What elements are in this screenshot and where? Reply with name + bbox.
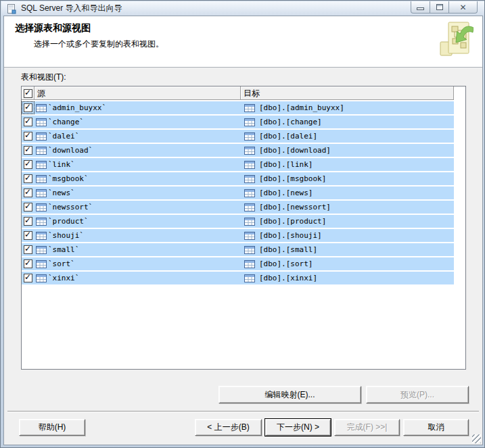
page-subtitle: 选择一个或多个要复制的表和视图。 [34,39,164,50]
table-row[interactable]: `msgbook` [dbo].[msgbook] [22,171,465,185]
titlebar[interactable]: SQL Server 导入和导出向导 ✕ [1,1,484,16]
select-all-checkbox[interactable] [24,89,32,98]
table-icon [244,104,255,112]
maximize-button[interactable] [430,1,449,14]
table-icon [36,218,47,226]
column-header-target[interactable]: 目标 [241,86,454,100]
wizard-header: 选择源表和源视图 选择一个或多个要复制的表和视图。 [4,16,482,68]
source-name: `admin_buyxx` [48,103,106,112]
row-checkbox[interactable] [24,132,32,141]
target-name: [dbo].[xinxi] [259,274,317,282]
target-name: [dbo].[link] [259,160,313,169]
page-title: 选择源表和源视图 [15,22,91,34]
source-name: `link` [48,160,75,169]
target-name: [dbo].[product] [259,217,326,226]
table-icon [36,274,47,282]
source-name: `change` [48,118,84,126]
table-icon [36,175,47,183]
table-icon [244,132,255,141]
table-icon [36,132,47,141]
table-icon [244,161,255,169]
target-name: [dbo].[download] [259,146,331,155]
table-row[interactable]: `newssort` [dbo].[newssort] [22,199,465,214]
table-icon [244,147,255,155]
source-name: `shouji` [48,231,84,240]
table-icon [244,246,255,254]
table-icon [36,189,47,197]
select-all-header-cell[interactable] [22,86,34,100]
row-checkbox[interactable] [24,118,32,126]
table-row[interactable]: `dalei` [dbo].[dalei] [22,128,465,143]
maximize-icon [436,4,443,10]
row-checkbox[interactable] [24,217,32,226]
table-icon [36,232,47,240]
source-name: `news` [48,189,75,197]
help-button[interactable]: 帮助(H) [19,419,85,436]
target-name: [dbo].[admin_buyxx] [259,103,344,112]
separator-line [7,411,479,412]
table-icon [244,203,255,211]
close-button[interactable]: ✕ [448,1,478,14]
cancel-button[interactable]: 取消 [403,419,469,436]
row-checkbox[interactable] [24,245,32,254]
row-checkbox[interactable] [24,189,32,197]
window-controls: ✕ [411,1,478,14]
target-name: [dbo].[dalei] [259,132,317,141]
row-checkbox[interactable] [24,146,32,155]
table-icon [36,203,47,211]
preview-button[interactable]: 预览(P)... [366,386,469,403]
table-icon [36,246,47,254]
target-name: [dbo].[newssort] [259,203,331,211]
window-title: SQL Server 导入和导出向导 [21,3,122,14]
table-icon [244,189,255,197]
row-checkbox[interactable] [24,203,32,211]
table-icon [244,218,255,226]
edit-mappings-button[interactable]: 编辑映射(E)... [218,386,361,403]
table-row[interactable]: `xinxi` [dbo].[xinxi] [22,270,465,284]
row-checkbox[interactable] [24,231,32,240]
table-row[interactable]: `product` [dbo].[product] [22,214,465,228]
table-icon [244,274,255,282]
target-name: [dbo].[small] [259,245,317,254]
back-button[interactable]: < 上一步(B) [195,419,262,436]
source-name: `dalei` [48,132,79,141]
wizard-icon [438,20,474,59]
table-row[interactable]: `news` [dbo].[news] [22,185,465,199]
table-row[interactable]: `sort` [dbo].[sort] [22,256,465,270]
table-icon [244,232,255,240]
next-button[interactable]: 下一步(N) > [265,419,331,436]
row-checkbox[interactable] [24,174,32,183]
table-label: 表和视图(T): [21,72,66,83]
target-name: [dbo].[change] [259,118,322,126]
source-name: `product` [48,217,89,226]
finish-button[interactable]: 完成(F) >>| [334,419,400,436]
table-row[interactable]: `link` [dbo].[link] [22,157,465,171]
app-icon [6,3,17,14]
row-checkbox[interactable] [24,274,32,282]
table-icon [244,260,255,268]
row-checkbox[interactable] [24,160,32,169]
dialog-content: 选择源表和源视图 选择一个或多个要复制的表和视图。 表和视图(T): 源 目标 [3,16,483,445]
table-row[interactable]: `small` [dbo].[small] [22,242,465,256]
table-row[interactable]: `admin_buyxx` [dbo].[admin_buyxx] [22,100,465,114]
table-row[interactable]: `shouji` [dbo].[shouji] [22,228,465,242]
tables-grid: 源 目标 `admin_buyxx` [dbo].[admin_buyxx] [21,86,466,370]
column-header-source[interactable]: 源 [34,86,241,100]
source-name: `msgbook` [48,174,89,183]
table-row[interactable]: `download` [dbo].[download] [22,143,465,157]
table-icon [36,260,47,268]
target-name: [dbo].[msgbook] [259,174,326,183]
table-row[interactable]: `change` [dbo].[change] [22,114,465,128]
target-name: [dbo].[news] [259,189,313,197]
resize-grip[interactable] [472,434,481,443]
table-icon [36,147,47,155]
source-name: `xinxi` [48,274,79,282]
row-checkbox[interactable] [24,259,32,268]
minimize-button[interactable] [411,1,430,14]
source-name: `download` [48,146,93,155]
source-name: `newssort` [48,203,93,211]
target-name: [dbo].[sort] [259,259,313,268]
row-checkbox[interactable] [24,103,32,112]
table-icon [244,175,255,183]
table-icon [36,104,47,112]
